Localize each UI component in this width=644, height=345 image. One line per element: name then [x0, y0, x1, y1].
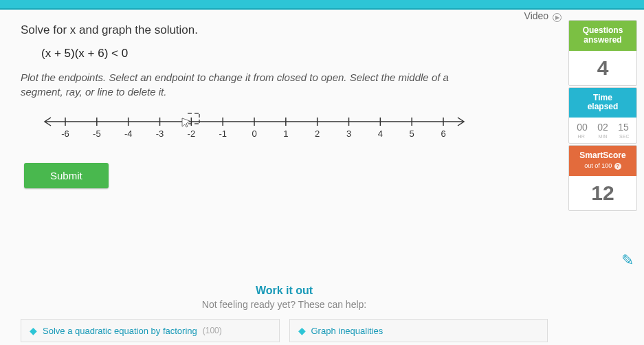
questions-title: Questions answered	[569, 21, 636, 51]
pencil-icon[interactable]: ✎	[621, 252, 634, 269]
container: Solve for x and graph the solution. (x +…	[0, 10, 644, 345]
lbl-hr: HR	[570, 134, 592, 139]
tick-label: -3	[156, 129, 164, 139]
timer-labels: HR MIN SEC	[569, 134, 636, 143]
tick-label: 6	[441, 129, 445, 139]
tick-label: 3	[346, 129, 351, 139]
tick-label: 1	[283, 129, 288, 139]
help-link-2: Graph inequalities	[311, 326, 384, 336]
tick-label: -2	[188, 129, 196, 139]
instruction: Plot the endpoints. Select an endpoint t…	[21, 70, 474, 99]
lbl-min: MIN	[592, 134, 613, 139]
lbl-sec: SEC	[614, 134, 635, 139]
footer: Work it out Not feeling ready yet? These…	[0, 276, 568, 345]
time-card: Time elapsed 00 02 15 HR MIN SEC	[568, 87, 637, 144]
questions-card: Questions answered 4	[568, 20, 637, 86]
tick-label: 2	[315, 129, 320, 139]
number-line[interactable]: -6-5-4-3-2-10123456	[41, 111, 467, 146]
time-hh: 00	[572, 122, 592, 133]
smartscore-card: SmartScore out of 100 ? 12	[568, 145, 637, 211]
gem-icon: ◆	[298, 325, 306, 336]
smartscore-title: SmartScore out of 100 ?	[569, 146, 636, 176]
work-it-out-heading: Work it out Not feeling ready yet? These…	[0, 285, 568, 310]
work-subtitle: Not feeling ready yet? These can help:	[0, 299, 568, 310]
prompt-text: Solve for x and graph the solution.	[21, 23, 548, 37]
help-card-factoring[interactable]: ◆ Solve a quadratic equation by factorin…	[21, 319, 280, 342]
timer-values: 00 02 15	[569, 118, 636, 134]
gem-icon: ◆	[30, 325, 37, 336]
main-panel: Solve for x and graph the solution. (x +…	[0, 10, 568, 345]
top-accent-bar	[0, 0, 644, 10]
help-score-1: (100)	[203, 326, 222, 335]
sidebar: Questions answered 4 Time elapsed 00 02 …	[568, 10, 644, 345]
tick-label: 0	[252, 129, 256, 139]
help-cards: ◆ Solve a quadratic equation by factorin…	[0, 312, 568, 345]
tick-label: -6	[61, 129, 69, 139]
time-ss: 15	[613, 122, 634, 133]
number-line-svg[interactable]: -6-5-4-3-2-10123456	[41, 111, 467, 146]
work-title: Work it out	[0, 285, 568, 297]
submit-button[interactable]: Submit	[24, 163, 109, 188]
time-title: Time elapsed	[569, 88, 636, 118]
tick-label: -5	[93, 129, 101, 139]
cursor-icon	[182, 113, 199, 127]
tick-label: 4	[378, 129, 383, 139]
time-mm: 02	[592, 122, 613, 133]
tick-label: 5	[410, 129, 414, 139]
ticks: -6-5-4-3-2-10123456	[61, 118, 445, 139]
expression: (x + 5)(x + 6) < 0	[41, 47, 548, 60]
help-link-1: Solve a quadratic equation by factoring	[43, 326, 197, 336]
smartscore-value: 12	[569, 176, 636, 210]
questions-value: 4	[569, 51, 636, 85]
tick-label: -1	[219, 129, 227, 139]
help-card-graph[interactable]: ◆ Graph inequalities	[289, 319, 548, 342]
tick-label: -4	[124, 129, 133, 139]
info-icon[interactable]: ?	[614, 163, 621, 170]
